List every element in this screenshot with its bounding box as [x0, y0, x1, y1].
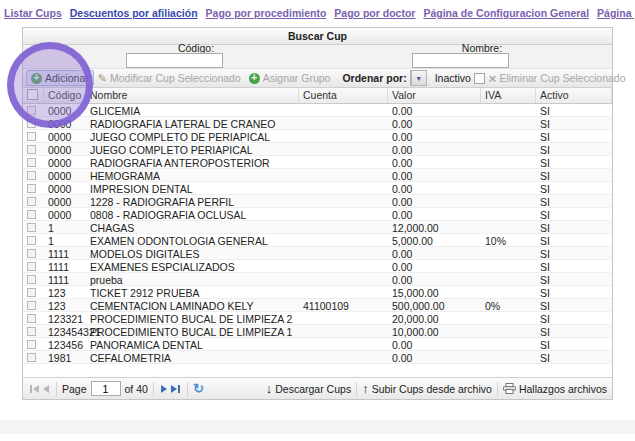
row-checkbox[interactable]: [27, 210, 36, 219]
ordenar-por-dropdown[interactable]: ▼: [410, 70, 427, 86]
table-row[interactable]: 0000IMPRESION DENTAL0.00SI: [23, 182, 612, 195]
row-checkbox[interactable]: [27, 314, 36, 323]
table-row[interactable]: 123454321PROCEDIMIENTO BUCAL DE LIMPIEZA…: [23, 325, 612, 338]
nav-link[interactable]: Descuentos por afiliación: [70, 7, 198, 19]
table-row[interactable]: 123456PANORAMICA DENTAL0.00SI: [23, 338, 612, 351]
row-checkbox[interactable]: [27, 353, 36, 362]
toolbar: + Adicionar ✎ Modificar Cup Seleccionado…: [23, 69, 612, 88]
table-row[interactable]: 0000JUEGO COMPLETO PERIAPICAL0.00SI: [23, 143, 612, 156]
cell-nombre: EXAMENES ESPCIALIZADOS: [86, 260, 299, 272]
descargar-cups-button[interactable]: ↓ Descargar Cups: [266, 383, 351, 395]
row-checkbox[interactable]: [27, 145, 36, 154]
table-row[interactable]: 123TICKET 2912 PRUEBA15,000.00SI: [23, 286, 612, 299]
nav-link[interactable]: Pago por doctor: [334, 7, 415, 19]
first-page-icon: [33, 385, 39, 393]
cell-iva: 0%: [481, 299, 536, 311]
eliminar-label: Eliminar Cup Seleccionado: [499, 72, 625, 84]
cell-nombre: PROCEDIMIENTO BUCAL DE LIMPIEZA 1: [86, 325, 299, 337]
table-row[interactable]: 0000JUEGO COMPLETO DE PERIAPICAL0.00SI: [23, 130, 612, 143]
cell-nombre: JUEGO COMPLETO DE PERIAPICAL: [86, 130, 299, 142]
cell-nombre: CEMENTACION LAMINADO KELY: [86, 299, 299, 311]
cell-cuenta: 41100109: [299, 299, 388, 311]
row-checkbox[interactable]: [27, 236, 36, 245]
cell-iva: [481, 260, 536, 272]
row-checkbox[interactable]: [27, 340, 36, 349]
asignar-grupo-button[interactable]: + Asignar Grupo: [245, 71, 335, 85]
select-all-checkbox[interactable]: [27, 89, 38, 100]
cell-valor: 0.00: [388, 117, 481, 129]
row-checkbox[interactable]: [27, 197, 36, 206]
table-row[interactable]: 1111prueba0.00SI: [23, 273, 612, 286]
cell-valor: 10,000.00: [388, 325, 481, 337]
nav-link[interactable]: Página principal: [597, 7, 635, 19]
row-checkbox[interactable]: [27, 262, 36, 271]
cell-activo: SI: [536, 325, 612, 337]
nav-link[interactable]: Pago por procedimiento: [206, 7, 327, 19]
cell-iva: [481, 247, 536, 259]
cell-nombre: MODELOS DIGITALES: [86, 247, 299, 259]
column-header-codigo[interactable]: Código: [44, 88, 86, 103]
row-checkbox[interactable]: [27, 106, 36, 115]
page-of-label: of 40: [125, 383, 148, 395]
table-row[interactable]: 0000GLICEMIA0.00SI: [23, 104, 612, 117]
next-page-button[interactable]: [161, 385, 167, 393]
adicionar-button[interactable]: + Adicionar: [26, 70, 94, 86]
row-checkbox[interactable]: [27, 327, 36, 336]
first-page-button[interactable]: [30, 385, 39, 393]
column-header-valor[interactable]: Valor: [388, 88, 481, 103]
table-row[interactable]: 00000808 - RADIOGRAFIA OCLUSAL0.00SI: [23, 208, 612, 221]
column-header-cuenta[interactable]: Cuenta: [299, 88, 388, 103]
table-row[interactable]: 1111EXAMENES ESPCIALIZADOS0.00SI: [23, 260, 612, 273]
cell-iva: [481, 325, 536, 337]
dropdown-trigger-button[interactable]: ▼: [411, 71, 426, 85]
column-header-activo[interactable]: Activo: [536, 88, 612, 103]
column-header-nombre[interactable]: Nombre: [86, 88, 299, 103]
subir-cups-button[interactable]: ↑ Subir Cups desde archivo: [362, 383, 492, 395]
cell-cuenta: [299, 169, 388, 181]
row-checkbox[interactable]: [27, 275, 36, 284]
cell-codigo: 123321: [44, 312, 86, 324]
row-checkbox[interactable]: [27, 184, 36, 193]
table-row[interactable]: 00001228 - RADIOGRAFIA PERFIL0.00SI: [23, 195, 612, 208]
row-checkbox[interactable]: [27, 223, 36, 232]
nombre-input[interactable]: [412, 53, 509, 68]
column-header-iva[interactable]: IVA: [481, 88, 536, 103]
row-checkbox[interactable]: [27, 158, 36, 167]
row-checkbox[interactable]: [27, 301, 36, 310]
inactivo-checkbox[interactable]: [474, 73, 485, 84]
nav-link[interactable]: Página de Configuracion General: [423, 7, 589, 19]
table-row[interactable]: 0000RADIOGRAFIA LATERAL DE CRANEO0.00SI: [23, 117, 612, 130]
modificar-label: Modificar Cup Seleccionado: [110, 72, 241, 84]
table-row[interactable]: 1EXAMEN ODONTOLOGIA GENERAL5,000.0010%SI: [23, 234, 612, 247]
nav-link[interactable]: Listar Cups: [4, 7, 62, 19]
table-row[interactable]: 0000HEMOGRAMA0.00SI: [23, 169, 612, 182]
cell-activo: SI: [536, 130, 612, 142]
codigo-input[interactable]: [126, 53, 223, 68]
last-page-button[interactable]: [171, 385, 180, 393]
cell-iva: [481, 195, 536, 207]
cell-activo: SI: [536, 156, 612, 168]
page-number-input[interactable]: [91, 381, 121, 396]
row-checkbox[interactable]: [27, 171, 36, 180]
row-checkbox[interactable]: [27, 249, 36, 258]
row-checkbox[interactable]: [27, 132, 36, 141]
table-row[interactable]: 0000RADIOGRAFIA ANTEROPOSTERIOR0.00SI: [23, 156, 612, 169]
row-checkbox[interactable]: [27, 288, 36, 297]
table-row[interactable]: 123CEMENTACION LAMINADO KELY41100109500,…: [23, 299, 612, 312]
table-row[interactable]: 1111MODELOS DIGITALES0.00SI: [23, 247, 612, 260]
cell-valor: 20,000.00: [388, 312, 481, 324]
table-row[interactable]: 1CHAGAS12,000.00SI: [23, 221, 612, 234]
hallazgos-archivos-button[interactable]: Hallazgos archivos: [503, 383, 607, 395]
modificar-button[interactable]: ✎ Modificar Cup Seleccionado: [94, 71, 245, 85]
cell-cuenta: [299, 143, 388, 155]
cell-activo: SI: [536, 169, 612, 181]
table-row[interactable]: 123321PROCEDIMIENTO BUCAL DE LIMPIEZA 22…: [23, 312, 612, 325]
prev-page-button[interactable]: [43, 385, 49, 393]
cell-valor: 0.00: [388, 247, 481, 259]
eliminar-button[interactable]: × Eliminar Cup Seleccionado: [485, 71, 632, 85]
row-checkbox[interactable]: [27, 119, 36, 128]
cell-codigo: 1: [44, 221, 86, 233]
table-row[interactable]: 1981CEFALOMETRIA0.00SI: [23, 351, 612, 364]
refresh-button[interactable]: ↻: [193, 381, 204, 396]
cell-codigo: 123454321: [44, 325, 86, 337]
